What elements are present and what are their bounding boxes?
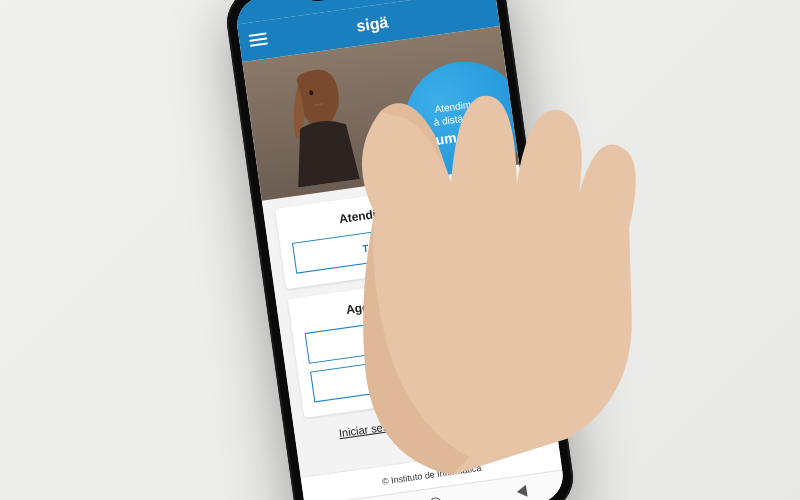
app-title: sigä [355,14,389,36]
back-button[interactable] [513,483,529,499]
hero-person-image [272,58,378,189]
carousel-dot[interactable] [377,173,383,179]
phone-screen: sigä Atendimento à distância de [234,0,567,500]
login-link[interactable]: Iniciar sessão [338,418,406,439]
menu-icon[interactable] [249,32,269,48]
carousel-dot[interactable] [367,174,373,180]
home-button[interactable] [428,495,444,500]
carousel-dot[interactable] [387,171,393,177]
main-content: Atendimento no dia TIRAR SENHA Agendar a… [262,165,558,477]
card-agendar: Agendar atendimento POR ASSUNTO POR ENTI… [288,266,538,418]
carousel-dot[interactable] [396,170,402,176]
login-suffix: para uma melhor e... [405,403,510,429]
phone-frame: sigä Atendimento à distância de [222,0,577,500]
carousel-dot[interactable] [406,169,412,175]
